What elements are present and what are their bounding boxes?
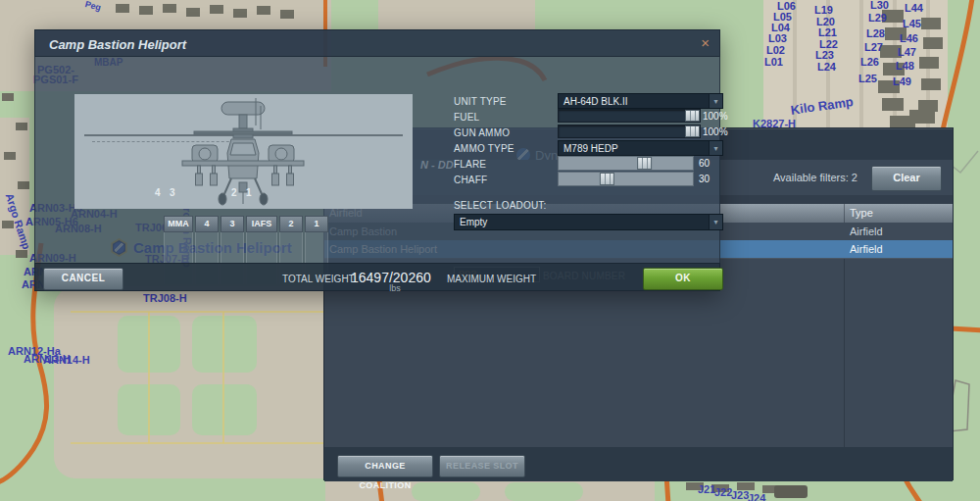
map-label: L49 [893, 76, 911, 87]
fuel-slider-handle[interactable] [685, 110, 700, 122]
chevron-down-icon: ▾ [709, 141, 722, 155]
chaff-slider-handle[interactable] [599, 173, 613, 185]
close-icon[interactable]: × [701, 34, 710, 51]
dialog-titlebar[interactable]: Camp Bastion Heliport × [34, 29, 720, 57]
chaff-slider[interactable] [558, 172, 694, 186]
map-label: J22 [714, 487, 732, 498]
fuel-value: 100% [703, 111, 728, 122]
chevron-down-icon: ▾ [709, 94, 722, 108]
map-label: L26 [860, 57, 879, 68]
loadout-value: Empty [455, 217, 709, 227]
dialog-bottombar: CANCEL TOTAL WEIGHT 16497/20260 lbs MAXI… [34, 263, 720, 291]
station-tab-2[interactable]: 2 [279, 216, 303, 232]
unit-setup-dialog: Camp Bastion Heliport × N - DD [34, 29, 720, 291]
ok-button[interactable]: OK [643, 268, 723, 290]
map-label: L23 [815, 50, 834, 61]
row-type: Airfield [850, 243, 883, 255]
fuel-slider[interactable] [558, 109, 701, 123]
fuel-label: FUEL [454, 112, 479, 123]
helicopter-front-view [155, 96, 331, 208]
clear-filters-button[interactable]: Clear [871, 166, 942, 191]
map-label: L47 [898, 47, 916, 58]
station-tab-iafs[interactable]: IAFS [246, 216, 277, 232]
unit-type-value: AH-64D BLK.II [559, 96, 709, 107]
select-loadout-label: SELECT LOADOUT: [454, 200, 547, 211]
flare-label: FLARE [454, 159, 486, 170]
map-label: L44 [905, 3, 923, 14]
ammo-type-label: AMMO TYPE [454, 143, 514, 154]
map-label: L21 [818, 27, 837, 38]
map-label: L30 [870, 0, 889, 11]
aircraft-preview-panel: 4 3 2 1 [74, 94, 413, 209]
ammo-type-dropdown[interactable]: M789 HEDP ▾ [558, 140, 723, 156]
gun-ammo-slider-handle[interactable] [685, 125, 700, 137]
screen: L06L05L04L03L02L01L19L20L21L22L23L24L30L… [0, 0, 980, 501]
chevron-down-icon: ▾ [709, 215, 722, 229]
map-label: TRJ08-H [143, 293, 187, 304]
station-number: 1 [246, 187, 252, 198]
map-label: L19 [814, 5, 833, 16]
map-label: J23 [731, 490, 749, 501]
map-label: ARN14-H [43, 355, 90, 366]
unit-type-dropdown[interactable]: AH-64D BLK.II ▾ [558, 93, 723, 109]
dialog-body: N - DD [34, 57, 720, 263]
weight-unit: lbs [351, 283, 439, 293]
cancel-button[interactable]: CANCEL [43, 268, 123, 290]
map-label: L28 [866, 28, 885, 39]
map-label: L45 [903, 19, 921, 29]
map-label: J24 [748, 493, 765, 501]
column-divider [844, 259, 845, 448]
map-label: L24 [817, 62, 836, 73]
map-label: L01 [764, 57, 783, 68]
ammo-type-value: M789 HEDP [559, 143, 709, 154]
map-label: L29 [868, 13, 887, 24]
map-label: L03 [768, 33, 787, 44]
flare-slider-handle[interactable] [638, 157, 653, 170]
station-number: 2 [231, 187, 237, 198]
map-label: L27 [864, 42, 883, 53]
station-number: 3 [170, 187, 175, 198]
flare-value: 60 [699, 158, 710, 169]
flare-slider[interactable] [558, 156, 694, 171]
station-tab-3[interactable]: 3 [220, 216, 244, 232]
row-type: Airfield [850, 225, 883, 237]
gun-ammo-value: 100% [703, 126, 728, 137]
station-tab-1[interactable]: 1 [305, 216, 328, 232]
release-slot-button[interactable]: RELEASE SLOT [439, 455, 525, 477]
change-coalition-button[interactable]: CHANGE COALITION [337, 455, 433, 477]
dialog-title: Camp Bastion Heliport [49, 37, 186, 52]
loadout-dropdown[interactable]: Empty ▾ [454, 214, 723, 230]
gun-ammo-slider[interactable] [558, 125, 701, 138]
column-header-type[interactable]: Type [850, 207, 873, 219]
map-label: J21 [698, 484, 715, 495]
chaff-label: CHAFF [454, 175, 487, 185]
total-weight-label: TOTAL WEIGHT [282, 274, 355, 284]
column-divider [844, 204, 845, 223]
slot-dialog-bottombar: CHANGE COALITION RELEASE SLOT [324, 447, 953, 481]
chaff-value: 30 [699, 174, 710, 184]
station-number: 4 [155, 187, 161, 198]
map-label: L46 [900, 33, 918, 44]
unit-type-label: UNIT TYPE [454, 96, 507, 107]
map-label: L25 [858, 74, 877, 84]
station-tab-mma[interactable]: MMA [164, 216, 193, 232]
station-tab-4[interactable]: 4 [195, 216, 219, 232]
map-label: L02 [766, 45, 785, 56]
available-filters-text: Available filters: 2 [773, 172, 858, 183]
map-label: L48 [896, 61, 914, 72]
map-ghost-label: N - DD [420, 159, 454, 171]
maximum-weight-label: MAXIMUM WEIGHT [447, 274, 536, 284]
gun-ammo-label: GUN AMMO [454, 127, 510, 138]
